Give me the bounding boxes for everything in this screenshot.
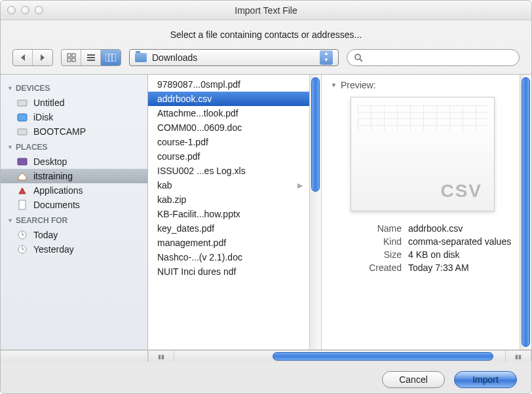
file-row[interactable]: COMM00...0609.doc [148,120,309,135]
horizontal-scroll-thumb[interactable] [273,352,493,361]
sidebar-header-searchfor[interactable]: ▼SEARCH FOR [1,212,147,228]
back-button[interactable] [13,50,33,65]
file-row[interactable]: course.pdf [148,149,309,164]
sidebar-header-devices[interactable]: ▼DEVICES [1,80,147,96]
file-row[interactable]: course-1.pdf [148,135,309,149]
svg-rect-1 [72,54,75,57]
file-name: KB-Facilit...how.pptx [157,209,240,219]
search-text[interactable] [367,53,512,63]
forward-button[interactable] [33,50,52,65]
svg-rect-7 [105,54,116,62]
meta-kind-key: Kind [349,236,402,247]
file-type-label: CSV [440,181,482,202]
location-popup[interactable]: Downloads ▲▼ [129,49,339,66]
search-icon [354,53,363,62]
close-window-button[interactable] [7,6,16,14]
file-name: management.pdf [157,238,226,248]
preview-metadata: Name addrbook.csv Kind comma-separated v… [331,223,514,273]
location-label: Downloads [152,52,320,63]
file-row[interactable]: 9789087...0smpl.pdf [148,77,309,92]
list-view-button[interactable] [81,50,101,65]
file-row[interactable]: NUIT Inci dures ndf [148,264,309,279]
preview-scrollbar-thumb[interactable] [522,77,530,347]
file-name: addrbook.csv [157,94,212,104]
applications-icon [16,185,28,196]
sidebar-item-desktop[interactable]: Desktop [1,154,147,169]
titlebar: Import Text File [1,1,531,20]
meta-size-value: 4 KB on disk [408,249,514,260]
preview-header[interactable]: ▼Preview: [331,80,514,90]
home-icon [16,171,28,181]
file-row[interactable]: key_dates.pdf [148,221,309,236]
file-scrollbar[interactable] [309,75,321,349]
file-row[interactable]: Nashco-...(v 2.1).doc [148,250,309,264]
idisk-icon [16,112,28,122]
documents-icon [16,200,28,210]
disk-icon [16,98,28,108]
file-name: kab.zip [157,194,186,205]
sidebar-item-untitled[interactable]: Untitled [1,96,147,110]
preview-scrollbar[interactable] [520,75,531,349]
file-name: key_dates.pdf [157,223,214,234]
file-name: ISSU002 ...es Log.xls [157,166,246,176]
column-view-button[interactable] [101,50,121,65]
svg-rect-3 [72,58,75,62]
file-scrollbar-thumb[interactable] [311,77,320,192]
file-row[interactable]: ISSU002 ...es Log.xls [148,164,309,178]
window-controls [7,6,43,14]
import-dialog: Import Text File Select a file containin… [0,0,532,394]
svg-rect-13 [18,114,27,121]
search-input[interactable] [347,49,520,66]
file-row[interactable]: Attachme...tlook.pdf [148,106,309,120]
svg-rect-16 [19,200,26,209]
clock-icon [16,230,28,240]
toolbar: Downloads ▲▼ [1,49,531,74]
import-button[interactable]: Import [454,371,517,388]
sidebar-item-itstraining[interactable]: itstraining [1,169,147,183]
meta-name-value: addrbook.csv [408,223,514,234]
folder-icon [135,53,147,62]
popup-stepper-icon: ▲▼ [320,50,333,65]
sidebar-item-applications[interactable]: Applications [1,183,147,198]
view-mode-buttons [61,49,121,66]
meta-size-key: Size [349,249,402,260]
sidebar-header-places[interactable]: ▼PLACES [1,139,147,154]
sidebar-item-bootcamp[interactable]: BOOTCAMP [1,124,147,139]
cancel-button[interactable]: Cancel [382,371,445,388]
dialog-subtitle: Select a file containing contacts or add… [1,20,531,49]
nav-buttons [12,49,53,66]
sidebar-item-yesterday[interactable]: Yesterday [1,242,147,257]
disk-icon [16,126,28,137]
svg-point-10 [355,54,360,60]
file-row[interactable]: management.pdf [148,236,309,250]
file-list[interactable]: 9789087...0smpl.pdfaddrbook.csvAttachme.… [148,75,309,349]
sidebar-item-today[interactable]: Today [1,228,147,242]
preview-column: ▼Preview: CSV Name addrbook.csv Kind com… [322,75,531,349]
browser-area: ▼DEVICES Untitled iDisk BOOTCAMP ▼PLACES… [1,74,531,350]
chevron-right-icon: ▶ [297,181,303,190]
file-name: course-1.pdf [157,137,208,147]
file-name: kab [157,180,172,190]
window-title: Import Text File [1,5,531,16]
svg-line-11 [360,59,362,62]
file-column: 9789087...0smpl.pdfaddrbook.csvAttachme.… [148,75,322,349]
minimize-window-button[interactable] [21,6,29,14]
horizontal-scroll[interactable]: ▮▮ ▮▮ [1,350,531,362]
file-name: Nashco-...(v 2.1).doc [157,252,242,262]
meta-created-key: Created [349,262,402,273]
sidebar-item-documents[interactable]: Documents [1,198,147,212]
file-row[interactable]: kab.zip [148,192,309,207]
zoom-window-button[interactable] [35,6,43,14]
file-row[interactable]: kab▶ [148,178,309,192]
sidebar-item-idisk[interactable]: iDisk [1,110,147,124]
file-name: 9789087...0smpl.pdf [157,79,240,90]
svg-rect-0 [67,54,71,57]
file-row[interactable]: KB-Facilit...how.pptx [148,207,309,221]
preview-thumbnail: CSV [351,97,495,211]
file-row[interactable]: addrbook.csv [148,92,309,106]
meta-created-value: Today 7:33 AM [408,262,514,273]
svg-rect-12 [18,100,27,106]
clock-icon [16,244,28,255]
icon-view-button[interactable] [62,50,81,65]
desktop-icon [16,156,28,167]
